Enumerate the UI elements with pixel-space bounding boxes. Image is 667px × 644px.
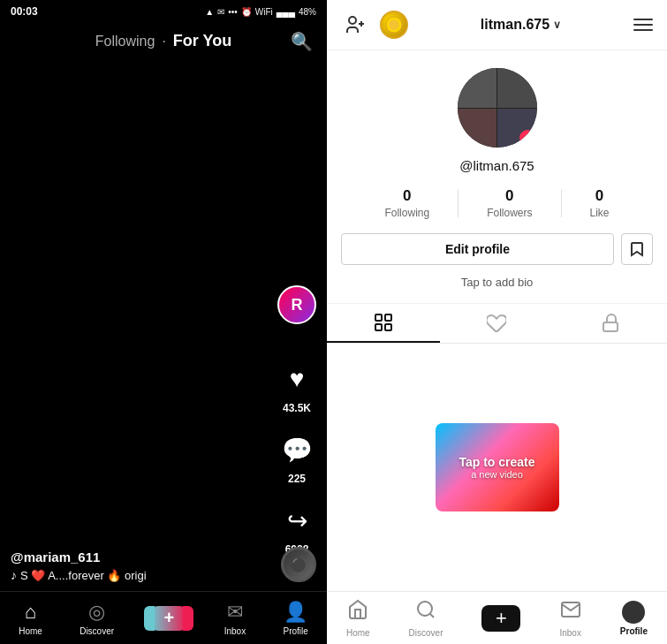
svg-rect-9	[603, 322, 618, 331]
likes-stat[interactable]: 0 Like	[590, 187, 610, 219]
dots-icon: •••	[228, 7, 238, 17]
avatar-seg-3	[458, 109, 497, 148]
status-time: 00:03	[11, 5, 38, 18]
edit-profile-button[interactable]: Edit profile	[341, 233, 614, 265]
heart-icon: ♥	[277, 360, 316, 398]
rnav-discover-icon	[415, 599, 436, 625]
avatar-letter: R	[292, 296, 303, 314]
video-caption: ♪ S ❤️ A....forever 🔥 origi	[11, 568, 274, 582]
like-action[interactable]: ♥ 43.5K	[277, 360, 316, 414]
avatar-seg-1	[458, 68, 497, 108]
svg-point-10	[418, 602, 432, 616]
rnav-profile[interactable]: Profile	[620, 601, 648, 636]
status-icons: ▲ ✉ ••• ⏰ WiFi ▄▄▄ 48%	[205, 7, 316, 17]
nav-foryou-tab[interactable]: For You	[173, 32, 231, 50]
bookmark-button[interactable]	[621, 233, 653, 265]
like-badge: ♥	[519, 130, 535, 146]
rnav-plus-icon: +	[496, 607, 507, 630]
tab-private[interactable]	[554, 304, 667, 343]
create-plus-btn[interactable]: +	[151, 606, 186, 631]
like-count: 43.5K	[283, 402, 311, 414]
followers-label: Followers	[487, 207, 532, 219]
rnav-inbox-label: Inbox	[559, 628, 580, 638]
creator-avatar-btn[interactable]: R +	[277, 285, 316, 340]
nav-separator: ·	[162, 34, 165, 49]
chevron-down-icon: ∨	[553, 19, 561, 31]
profile-section: ♥ @litman.675 0 Following 0 Followers 0 …	[327, 50, 667, 304]
profile-handle: @litman.675	[459, 158, 534, 173]
battery-indicator: 48%	[299, 7, 316, 17]
rnav-discover-label: Discover	[409, 628, 443, 638]
home-label: Home	[19, 626, 42, 636]
following-count: 0	[403, 187, 411, 205]
action-buttons: R + ♥ 43.5K 💬 225 ↪ 6988	[277, 285, 316, 556]
inbox-label: Inbox	[224, 626, 246, 636]
comment-icon: 💬	[277, 430, 316, 469]
discover-icon: ◎	[88, 601, 105, 624]
alert-icon: ▲	[205, 7, 214, 17]
search-icon[interactable]: 🔍	[291, 31, 313, 52]
svg-rect-5	[375, 314, 382, 321]
comment-action[interactable]: 💬 225	[277, 430, 316, 485]
svg-point-0	[349, 17, 356, 24]
svg-rect-8	[385, 324, 391, 330]
content-area: Tap to create a new video	[327, 344, 667, 591]
content-tabs	[327, 304, 667, 344]
rnav-discover[interactable]: Discover	[409, 599, 443, 638]
avatar-seg-2	[497, 68, 537, 108]
coins-button[interactable]	[380, 11, 408, 39]
bio-placeholder[interactable]: Tap to add bio	[461, 276, 534, 289]
svg-point-4	[389, 19, 399, 30]
header-username: litman.675	[481, 17, 550, 33]
rnav-inbox-icon	[560, 599, 581, 625]
rnav-home[interactable]: Home	[346, 599, 370, 638]
profile-actions: Edit profile	[341, 233, 653, 265]
tab-liked[interactable]	[440, 304, 553, 343]
nav-profile[interactable]: 👤 Profile	[283, 601, 307, 636]
video-username[interactable]: @mariam_611	[11, 549, 274, 564]
following-stat[interactable]: 0 Following	[384, 187, 429, 219]
hamburger-menu[interactable]	[633, 19, 653, 31]
music-note-icon: ♪	[11, 568, 17, 582]
nav-discover[interactable]: ◎ Discover	[80, 601, 114, 636]
create-text-main: Tap to create	[459, 455, 534, 469]
signal-icon: ▄▄▄	[277, 7, 295, 17]
plus-icon: +	[164, 608, 175, 628]
discover-label: Discover	[80, 626, 114, 636]
rnav-inbox[interactable]: Inbox	[559, 599, 580, 638]
hamburger-line-2	[633, 24, 653, 26]
followers-stat[interactable]: 0 Followers	[487, 187, 532, 219]
comment-count: 225	[288, 473, 306, 485]
username-dropdown[interactable]: litman.675 ∨	[481, 17, 561, 33]
top-nav: Following · For You 🔍	[0, 25, 327, 57]
create-video-card[interactable]: Tap to create a new video	[436, 423, 559, 511]
left-panel: 00:03 ▲ ✉ ••• ⏰ WiFi ▄▄▄ 48% Following ·…	[0, 0, 327, 644]
share-icon: ↪	[277, 501, 316, 540]
right-panel: litman.675 ∨ ♥ @litman.675 0 Following	[327, 0, 667, 644]
creator-avatar: R	[277, 285, 316, 324]
bottom-nav-right: Home Discover + Inbox	[327, 591, 667, 644]
alarm-icon: ⏰	[241, 7, 252, 17]
stat-divider-2	[561, 189, 562, 217]
rnav-plus-btn[interactable]: +	[481, 605, 520, 632]
rnav-home-label: Home	[346, 628, 370, 638]
rnav-home-icon	[347, 599, 368, 625]
wifi-icon: WiFi	[255, 7, 273, 17]
followers-count: 0	[505, 187, 513, 205]
home-icon: ⌂	[25, 601, 36, 624]
rnav-profile-avatar	[622, 601, 645, 624]
caption-text: S ❤️ A....forever 🔥 origi	[20, 569, 147, 582]
video-info: @mariam_611 ♪ S ❤️ A....forever 🔥 origi	[11, 549, 274, 582]
add-friend-button[interactable]	[341, 11, 369, 39]
likes-label: Like	[590, 207, 610, 219]
nav-home[interactable]: ⌂ Home	[19, 601, 42, 636]
nav-create[interactable]: +	[151, 606, 186, 631]
bottom-nav-left: ⌂ Home ◎ Discover + ✉ Inbox 👤 Profile	[0, 591, 327, 644]
rnav-create[interactable]: +	[481, 605, 520, 632]
tab-grid[interactable]	[327, 304, 440, 343]
svg-rect-7	[375, 324, 382, 330]
spinning-disc: ⚫	[281, 547, 316, 582]
nav-following-tab[interactable]: Following	[95, 34, 155, 49]
message-icon: ✉	[217, 7, 224, 17]
nav-inbox[interactable]: ✉ Inbox	[224, 601, 246, 636]
